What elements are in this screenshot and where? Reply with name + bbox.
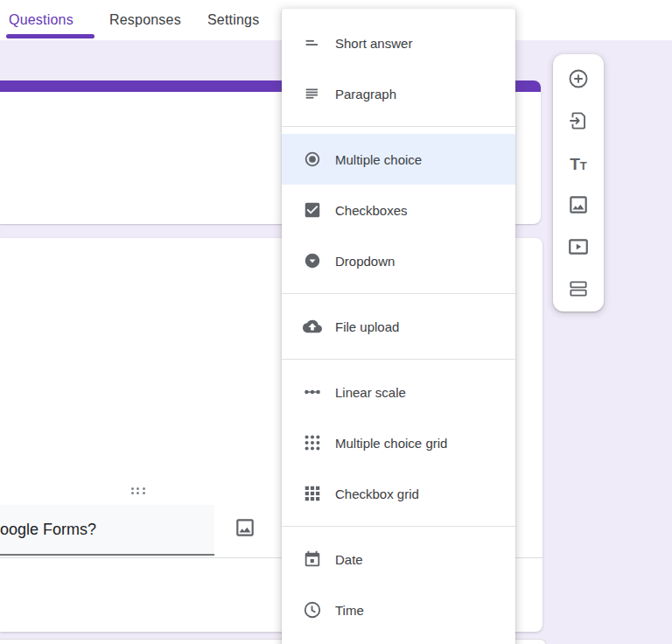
import-questions-button[interactable] <box>557 101 599 143</box>
menu-group-divider <box>282 126 515 127</box>
menu-item-multiple-choice[interactable]: Multiple choice <box>282 134 515 185</box>
menu-item-label: Short answer <box>335 36 412 51</box>
text-title-icon: Tt <box>570 156 587 172</box>
menu-item-label: File upload <box>335 319 399 334</box>
menu-item-label: Multiple choice grid <box>335 436 447 451</box>
drag-handle[interactable] <box>130 486 147 495</box>
linear-scale-icon <box>303 382 322 402</box>
tab-responses[interactable]: Responses <box>109 0 181 40</box>
file-upload-icon <box>303 317 322 336</box>
time-icon <box>303 600 322 620</box>
menu-item-label: Time <box>335 603 364 618</box>
add-image-button[interactable] <box>557 185 599 227</box>
question-type-menu: Short answer Paragraph Multiple choice C… <box>282 9 515 644</box>
menu-item-label: Linear scale <box>335 385 406 400</box>
menu-group-divider <box>282 359 515 360</box>
multiple-choice-icon <box>303 150 322 169</box>
image-icon <box>567 193 590 219</box>
paragraph-icon <box>303 84 322 103</box>
menu-item-paragraph[interactable]: Paragraph <box>282 68 515 119</box>
video-icon <box>567 235 590 261</box>
active-tab-indicator <box>6 34 94 38</box>
menu-item-short-answer[interactable]: Short answer <box>282 18 515 68</box>
menu-item-label: Multiple choice <box>335 152 422 167</box>
menu-item-date[interactable]: Date <box>282 534 515 584</box>
menu-item-label: Checkboxes <box>335 203 408 218</box>
checkbox-grid-icon <box>303 484 322 503</box>
tab-questions[interactable]: Questions <box>9 0 74 40</box>
menu-item-label: Dropdown <box>335 254 395 269</box>
date-icon <box>303 550 322 569</box>
add-video-button[interactable] <box>557 227 599 269</box>
menu-item-dropdown[interactable]: Dropdown <box>282 235 515 286</box>
checkboxes-icon <box>303 200 322 220</box>
tab-settings[interactable]: Settings <box>207 0 259 40</box>
menu-group-divider <box>282 293 515 294</box>
image-icon <box>234 516 256 542</box>
floating-toolbar: Tt <box>553 54 604 312</box>
menu-item-label: Checkbox grid <box>335 486 419 501</box>
menu-item-label: Paragraph <box>335 87 396 102</box>
short-answer-icon <box>303 33 322 52</box>
multiple-choice-grid-icon <box>303 433 322 452</box>
question-title-text: oogle Forms? <box>0 521 96 539</box>
add-question-button[interactable] <box>557 59 599 101</box>
add-title-button[interactable]: Tt <box>557 143 599 185</box>
dropdown-icon <box>303 251 322 270</box>
import-questions-icon <box>567 109 590 135</box>
add-section-button[interactable] <box>557 269 599 311</box>
menu-group-divider <box>282 526 515 527</box>
menu-item-checkbox-grid[interactable]: Checkbox grid <box>282 468 515 519</box>
section-icon <box>567 277 590 303</box>
menu-item-checkboxes[interactable]: Checkboxes <box>282 185 515 235</box>
add-circle-icon <box>567 67 590 93</box>
menu-item-time[interactable]: Time <box>282 584 515 635</box>
tab-responses-label: Responses <box>109 12 181 28</box>
menu-item-multiple-choice-grid[interactable]: Multiple choice grid <box>282 417 515 468</box>
question-add-image-button[interactable] <box>229 513 261 544</box>
tab-questions-label: Questions <box>9 12 74 28</box>
menu-item-file-upload[interactable]: File upload <box>282 301 515 352</box>
question-title-input[interactable]: oogle Forms? <box>0 505 214 556</box>
menu-item-linear-scale[interactable]: Linear scale <box>282 367 515 417</box>
tab-settings-label: Settings <box>207 12 259 28</box>
menu-item-label: Date <box>335 552 363 567</box>
